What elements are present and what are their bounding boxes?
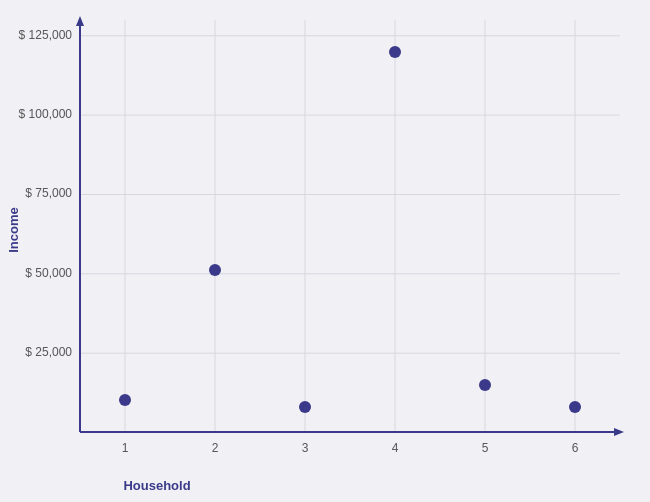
- x-tick-1: 1: [122, 441, 129, 455]
- data-point-2: [209, 264, 221, 276]
- y-tick-75k: $ 75,000: [25, 186, 72, 200]
- y-axis-label: Income: [6, 207, 21, 253]
- x-tick-5: 5: [482, 441, 489, 455]
- data-point-5: [479, 379, 491, 391]
- y-tick-50k: $ 50,000: [25, 266, 72, 280]
- x-tick-6: 6: [572, 441, 579, 455]
- data-point-4: [389, 46, 401, 58]
- data-point-3: [299, 401, 311, 413]
- x-tick-2: 2: [212, 441, 219, 455]
- x-axis-label: Household: [123, 478, 190, 493]
- y-tick-25k: $ 25,000: [25, 345, 72, 359]
- scatter-chart: $ 125,000 $ 100,000 $ 75,000 $ 50,000 $ …: [0, 0, 650, 502]
- chart-container: $ 125,000 $ 100,000 $ 75,000 $ 50,000 $ …: [0, 0, 650, 502]
- x-tick-4: 4: [392, 441, 399, 455]
- data-point-1: [119, 394, 131, 406]
- x-tick-3: 3: [302, 441, 309, 455]
- y-tick-125k: $ 125,000: [19, 28, 73, 42]
- plot-background: [80, 20, 620, 432]
- data-point-6: [569, 401, 581, 413]
- y-tick-100k: $ 100,000: [19, 107, 73, 121]
